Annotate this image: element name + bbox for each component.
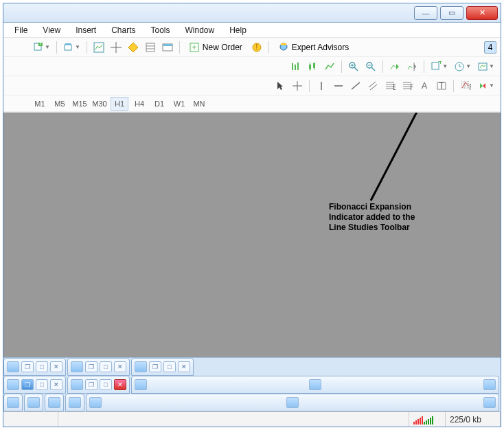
chart-tab[interactable] xyxy=(86,394,499,411)
chart-maximize-icon[interactable]: □ xyxy=(36,361,48,372)
timeframe-h1[interactable]: H1 xyxy=(111,97,128,111)
separator xyxy=(87,41,87,54)
candlestick-button[interactable] xyxy=(305,59,320,74)
chart-maximize-icon[interactable]: □ xyxy=(163,361,176,372)
chart-close-icon[interactable]: ✕ xyxy=(178,361,190,372)
traffic-label: 225/0 kb xyxy=(450,415,481,425)
chart-tab[interactable]: ❐□✕ xyxy=(67,376,130,394)
line-chart-icon xyxy=(324,61,335,72)
trendline-icon xyxy=(350,80,361,91)
auto-scroll-icon xyxy=(389,61,400,72)
bar-chart-button[interactable] xyxy=(288,59,303,74)
chart-tab[interactable] xyxy=(131,376,499,394)
chart-close-icon[interactable]: ✕ xyxy=(50,361,62,372)
market-watch-icon xyxy=(93,42,104,53)
menu-insert[interactable]: Insert xyxy=(69,24,103,36)
cursor-button[interactable] xyxy=(273,78,288,93)
crosshair-button[interactable] xyxy=(108,40,124,55)
close-button[interactable]: ✕ xyxy=(466,6,498,20)
templates-button[interactable]: ▼ xyxy=(475,59,496,74)
fibonacci-expansion-button[interactable]: F xyxy=(458,78,473,93)
chart-restore-icon[interactable]: ❐ xyxy=(21,379,34,390)
chart-tab[interactable] xyxy=(3,394,23,411)
chart-tab-row-2: ❐□✕ ❐□✕ xyxy=(3,376,501,394)
chart-restore-icon[interactable]: ❐ xyxy=(85,379,98,390)
fibonacci-expansion-icon: F xyxy=(460,80,471,91)
menu-view[interactable]: View xyxy=(36,24,67,36)
timeframe-d1[interactable]: D1 xyxy=(150,97,168,111)
chart-shift-icon xyxy=(406,61,417,72)
chart-tab[interactable]: ❐□✕ xyxy=(131,358,194,376)
expert-advisors-button[interactable]: Expert Advisors xyxy=(273,40,354,55)
menu-window[interactable]: Window xyxy=(179,24,222,36)
chart-close-icon[interactable]: ✕ xyxy=(114,379,126,390)
chart-tab[interactable] xyxy=(45,394,64,411)
zoom-out-button[interactable] xyxy=(363,59,378,74)
chart-restore-icon[interactable]: ❐ xyxy=(149,361,161,372)
periods-button[interactable]: ▼ xyxy=(452,59,473,74)
profiles-button[interactable]: ▼ xyxy=(61,40,82,55)
chart-maximize-icon[interactable]: □ xyxy=(100,361,112,372)
crosshair-icon xyxy=(111,42,122,53)
chart-tab[interactable] xyxy=(24,394,43,411)
text-label-button[interactable]: T xyxy=(434,78,449,93)
line-chart-button[interactable] xyxy=(322,59,337,74)
bar-chart-icon xyxy=(290,61,301,72)
timeframe-mn[interactable]: MN xyxy=(190,97,208,111)
chart-tab[interactable] xyxy=(65,394,84,411)
fibonacci-horizontal-button[interactable]: F xyxy=(400,78,415,93)
indicators-button[interactable]: +▼ xyxy=(428,59,450,74)
timeframe-m30[interactable]: M30 xyxy=(91,97,108,111)
market-watch-button[interactable] xyxy=(91,40,106,55)
chart-restore-icon[interactable]: ❐ xyxy=(85,361,98,372)
line-studies-toolbar: E F A T F ▼ xyxy=(3,76,501,95)
text-button[interactable]: A xyxy=(417,78,432,93)
timeframe-m1[interactable]: M1 xyxy=(31,97,49,111)
chart-tab-icon xyxy=(483,397,496,408)
minimize-button[interactable]: — xyxy=(414,6,437,20)
chart-shift-button[interactable] xyxy=(404,59,420,74)
chart-tab-icon xyxy=(89,397,102,408)
connection-indicator[interactable] xyxy=(409,412,446,427)
menu-file[interactable]: File xyxy=(8,24,34,36)
new-chart-button[interactable]: +▼ xyxy=(31,40,52,55)
timeframe-m5[interactable]: M5 xyxy=(51,97,69,111)
chart-close-icon[interactable]: ✕ xyxy=(50,379,62,390)
chart-tab[interactable]: ❐□✕ xyxy=(67,358,130,376)
timeframe-m15[interactable]: M15 xyxy=(71,97,89,111)
menu-help[interactable]: Help xyxy=(222,24,253,36)
svg-rect-39 xyxy=(479,63,487,70)
cursor-icon xyxy=(275,80,286,91)
annotation-arrow xyxy=(3,113,501,357)
auto-scroll-button[interactable] xyxy=(387,59,402,74)
equidistant-channel-button[interactable] xyxy=(365,78,380,93)
horizontal-line-button[interactable] xyxy=(331,78,346,93)
data-window-button[interactable] xyxy=(143,40,158,55)
chart-tab-icon xyxy=(7,397,19,408)
horizontal-line-icon xyxy=(333,80,344,91)
vertical-line-button[interactable] xyxy=(314,78,329,93)
navigator-button[interactable] xyxy=(126,40,141,55)
terminal-button[interactable] xyxy=(160,40,175,55)
timeframe-w1[interactable]: W1 xyxy=(170,97,188,111)
menu-tools[interactable]: Tools xyxy=(144,24,177,36)
zoom-in-button[interactable] xyxy=(346,59,361,74)
fibonacci-retracement-button[interactable]: E xyxy=(382,78,398,93)
chart-restore-icon[interactable]: ❐ xyxy=(21,361,34,372)
chart-close-icon[interactable]: ✕ xyxy=(114,361,126,372)
crosshair-tool-button[interactable] xyxy=(290,78,305,93)
chart-tab[interactable]: ❐□✕ xyxy=(3,376,66,394)
chart-tab[interactable]: ❐□✕ xyxy=(3,358,66,376)
alert-button[interactable]: ! xyxy=(249,40,264,55)
chart-maximize-icon[interactable]: □ xyxy=(36,379,48,390)
timeframe-h4[interactable]: H4 xyxy=(130,97,148,111)
notifications-button[interactable]: 4 xyxy=(484,41,496,54)
svg-text:A: A xyxy=(422,81,427,91)
new-order-button[interactable]: +New Order xyxy=(184,40,247,55)
trendline-button[interactable] xyxy=(348,78,363,93)
svg-rect-18 xyxy=(281,43,286,45)
chart-maximize-icon[interactable]: □ xyxy=(100,379,112,390)
maximize-button[interactable]: ▭ xyxy=(440,6,463,20)
arrows-button[interactable]: ▼ xyxy=(475,78,496,93)
menu-charts[interactable]: Charts xyxy=(104,24,142,36)
